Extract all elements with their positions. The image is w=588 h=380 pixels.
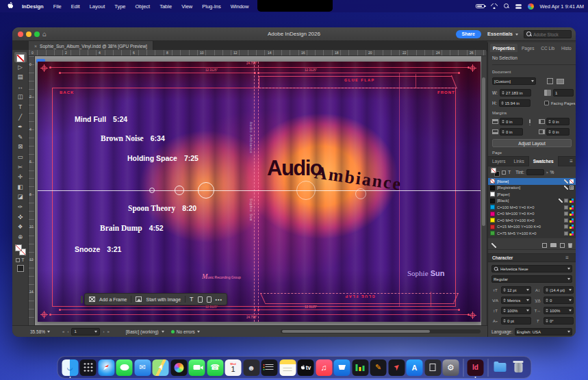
track-list-item[interactable]: Brown Noise6:34 bbox=[101, 134, 165, 142]
hand-tool[interactable]: ❖ bbox=[14, 222, 27, 232]
vertical-scrollbar[interactable] bbox=[481, 56, 486, 325]
add-frame-button[interactable]: Add a Frame bbox=[99, 297, 127, 302]
vertical-scale-field[interactable]: 100% bbox=[501, 307, 531, 314]
tint-arrow[interactable]: > bbox=[546, 170, 548, 175]
workspace-switcher[interactable]: Essentials bbox=[487, 30, 518, 38]
user-avatar-icon[interactable] bbox=[528, 3, 534, 10]
font-family-select[interactable]: Helvetica Neue bbox=[491, 265, 572, 273]
line-tool[interactable]: ╱ bbox=[14, 112, 27, 123]
gradient-swatch-tool[interactable]: ◧ bbox=[14, 182, 27, 192]
design-circle[interactable] bbox=[198, 182, 214, 199]
dock-item-contacts[interactable]: ☻ bbox=[243, 359, 259, 376]
facing-pages-control[interactable]: Facing Pages bbox=[544, 101, 576, 105]
pages-count-field[interactable]: 1 bbox=[553, 89, 574, 97]
kerning-field[interactable]: Metrics bbox=[501, 296, 531, 304]
menu-file[interactable]: File bbox=[49, 3, 66, 10]
tab-links[interactable]: Links bbox=[510, 156, 528, 166]
dock-item-photos[interactable] bbox=[170, 359, 187, 376]
font-size-field[interactable]: 12 pt bbox=[501, 286, 531, 294]
fill-swatch-none[interactable] bbox=[15, 244, 22, 251]
close-tab-icon[interactable]: × bbox=[34, 44, 37, 49]
note-tool[interactable]: ✑ bbox=[14, 202, 27, 212]
dock-item-rocket-app[interactable]: ➤ bbox=[388, 359, 405, 376]
apply-none-button[interactable] bbox=[16, 54, 25, 62]
swatch-row-green[interactable]: C=75 M=5 Y=100 K=0 bbox=[488, 230, 576, 237]
fill-stroke-indicator[interactable] bbox=[491, 168, 500, 177]
tint-field[interactable] bbox=[526, 169, 544, 175]
artist-name[interactable]: Sophie Sun bbox=[407, 269, 444, 277]
margin-right-field[interactable]: 0 in bbox=[546, 128, 570, 136]
stepper-icon[interactable] bbox=[502, 91, 504, 94]
dock-item-keynote[interactable] bbox=[334, 359, 350, 376]
zoom-level-control[interactable]: 35.58% bbox=[30, 329, 50, 334]
horizontal-scrollbar[interactable] bbox=[281, 329, 481, 333]
tab-history[interactable]: Histo bbox=[559, 44, 574, 52]
dock-item-calendar[interactable]: Wed1 bbox=[225, 359, 242, 376]
facing-pages-checkbox[interactable] bbox=[544, 101, 549, 105]
type-tool[interactable]: T bbox=[14, 102, 27, 112]
share-button[interactable]: Share bbox=[456, 30, 481, 38]
margin-top-field[interactable]: 0 in bbox=[500, 118, 523, 125]
record-label-logo[interactable]: Music Recording Group bbox=[202, 273, 241, 280]
adjust-layout-button[interactable]: Adjust Layout bbox=[492, 139, 572, 147]
swatch-row-none[interactable]: [None] bbox=[488, 178, 576, 185]
eyedropper-tool[interactable]: ✜ bbox=[14, 212, 27, 223]
dock-item-mail[interactable]: ✉ bbox=[134, 359, 151, 376]
menu-bar-clock[interactable]: Wed Apr 1 9:41 AM bbox=[540, 3, 584, 10]
free-transform-tool[interactable]: ✛ bbox=[14, 172, 27, 182]
dock-item-safari[interactable] bbox=[98, 359, 114, 376]
show-swatch-kinds-icon[interactable] bbox=[491, 243, 496, 248]
language-select[interactable]: English: USA bbox=[515, 328, 572, 335]
previous-page-button[interactable]: ‹ bbox=[67, 329, 68, 333]
design-circle[interactable] bbox=[175, 186, 184, 195]
page-tool[interactable]: ▤ bbox=[14, 72, 27, 82]
menu-plugins[interactable]: Plug-Ins bbox=[197, 3, 226, 10]
margin-bottom-field[interactable]: 0 in bbox=[500, 128, 523, 136]
fill-swatch-none[interactable] bbox=[491, 168, 496, 173]
taskbar-grip-handle[interactable] bbox=[81, 296, 83, 303]
ruler-horizontal[interactable]: 0 2 4 6 8 10 12 14 16 18 20 22 24 26 bbox=[29, 50, 486, 56]
swatch-row-red[interactable]: C=15 M=100 Y=100 K=0 bbox=[488, 224, 576, 231]
panel-menu-icon[interactable]: ≡ bbox=[565, 255, 569, 261]
ruler-vertical[interactable]: 0 2 4 6 8 10 12 14 bbox=[29, 56, 35, 325]
width-field[interactable]: 27.183 in bbox=[500, 89, 531, 97]
delete-swatch-trash-icon[interactable] bbox=[568, 242, 572, 248]
gap-tool[interactable]: ↔ bbox=[14, 82, 27, 92]
more-options-button[interactable]: ••• bbox=[216, 297, 222, 302]
menu-edit[interactable]: Edit bbox=[66, 3, 85, 10]
dock-item-trash[interactable] bbox=[510, 359, 526, 376]
dock-item-finder[interactable]: ◡ bbox=[62, 359, 78, 376]
artwork-spread[interactable]: 24.798" 12.3125" 12.3125" GLUE FLAP bbox=[38, 62, 481, 322]
menu-window[interactable]: Window bbox=[226, 3, 254, 10]
new-group-folder-icon[interactable] bbox=[550, 243, 557, 247]
tab-properties[interactable]: Properties bbox=[490, 44, 517, 52]
menu-layout[interactable]: Layout bbox=[85, 3, 110, 10]
formatting-text-icon[interactable]: T bbox=[21, 257, 24, 262]
stepper-icon[interactable] bbox=[501, 101, 504, 105]
screen-mode-button[interactable] bbox=[17, 265, 24, 272]
fill-stroke-indicator[interactable] bbox=[15, 244, 26, 255]
first-page-button[interactable]: « bbox=[62, 329, 64, 333]
dock-item-files[interactable] bbox=[424, 359, 441, 376]
control-center-icon[interactable] bbox=[515, 4, 522, 9]
dock-item-pages[interactable]: ✎ bbox=[370, 359, 387, 376]
tab-cc-libraries[interactable]: CC Lib bbox=[538, 44, 557, 52]
menu-indesign[interactable]: InDesign bbox=[17, 3, 49, 10]
menu-table[interactable]: Table bbox=[155, 3, 177, 10]
track-list-item[interactable]: Brain Dump4:52 bbox=[100, 224, 164, 232]
dock-item-music[interactable]: ♫ bbox=[316, 359, 332, 376]
wifi-icon[interactable] bbox=[491, 3, 498, 9]
panel-menu-icon[interactable]: ≡ bbox=[570, 158, 573, 164]
dock-item-app-store[interactable]: A bbox=[407, 359, 423, 376]
dock-item-reminders[interactable] bbox=[261, 359, 278, 376]
baseline-shift-field[interactable]: 0 pt bbox=[501, 317, 531, 325]
dock-item-notes[interactable] bbox=[279, 359, 296, 376]
battery-icon[interactable] bbox=[476, 4, 485, 8]
swatch-row-registration[interactable]: [Registration] bbox=[488, 185, 576, 192]
tracking-field[interactable]: 0 bbox=[544, 296, 574, 304]
swatch-row-magenta[interactable]: C=0 M=100 Y=0 K=0 bbox=[488, 211, 576, 218]
swatch-row-paper[interactable]: [Paper] bbox=[488, 191, 576, 198]
window-titlebar[interactable]: ⌂ Adobe InDesign 2026 Share Essentials bbox=[12, 27, 576, 41]
zoom-tool[interactable]: ⊕ bbox=[14, 232, 27, 242]
skew-field[interactable]: 0° bbox=[544, 317, 574, 325]
